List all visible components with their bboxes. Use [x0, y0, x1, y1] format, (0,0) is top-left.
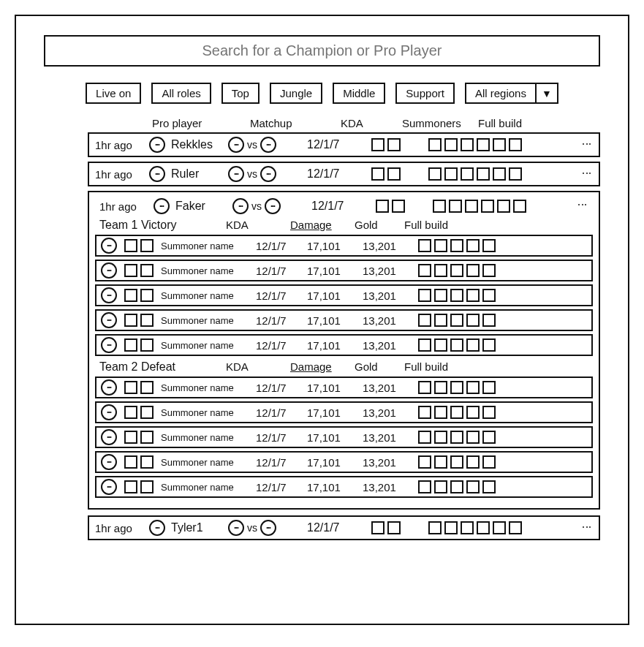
build-items	[418, 431, 496, 444]
match-row[interactable]: 1hr ago Rekkles vs 12/1/7 ⋮	[88, 132, 600, 157]
match-row[interactable]: 1hr ago Tyler1 vs 12/1/7 ⋮	[88, 515, 600, 540]
region-selected[interactable]: All regions	[465, 83, 537, 104]
item-slot-icon	[124, 480, 137, 493]
team-player-row[interactable]: Summoner name 12/1/7 17,101 13,201	[95, 377, 593, 398]
item-slot-icon	[140, 338, 154, 352]
team-player-row[interactable]: Summoner name 12/1/7 17,101 13,201	[95, 284, 593, 306]
filter-role-support[interactable]: Support	[395, 83, 455, 104]
champion-icon	[149, 520, 165, 536]
item-slot-icon	[140, 289, 154, 302]
item-slot-icon	[482, 480, 496, 493]
region-select[interactable]: All regions ▼	[465, 83, 558, 104]
team-player-row[interactable]: Summoner name 12/1/7 17,101 13,201	[95, 451, 593, 473]
summoner-name: Summoner name	[161, 432, 249, 443]
search-input[interactable]	[44, 35, 600, 67]
team-col-gold: Gold	[355, 219, 391, 231]
kda-value: 12/1/7	[307, 138, 365, 151]
kda-value: 12/1/7	[311, 200, 370, 213]
champion-icon	[101, 454, 117, 470]
header-pro-player: Pro player	[152, 117, 247, 129]
match-row[interactable]: 1hr ago Ruler vs 12/1/7 ⋮	[88, 162, 600, 186]
team-title: Team 2 Defeat	[99, 360, 213, 374]
summoner-spells	[124, 239, 154, 252]
team-col-damage[interactable]: Damage	[290, 360, 341, 373]
item-slot-icon	[418, 455, 431, 469]
item-slot-icon	[434, 406, 447, 419]
item-slot-icon	[493, 138, 506, 151]
item-slot-icon	[497, 200, 510, 213]
detail-damage: 17,101	[307, 265, 355, 277]
detail-damage: 17,101	[307, 290, 355, 302]
item-slot-icon	[493, 167, 506, 181]
vs-label: vs	[247, 168, 257, 180]
matchup-icons: vs	[228, 520, 301, 536]
item-slot-icon	[466, 289, 480, 302]
kda-value: 12/1/7	[307, 167, 365, 181]
item-slot-icon	[509, 521, 522, 534]
team-col-gold: Gold	[355, 360, 391, 373]
team-player-row[interactable]: Summoner name 12/1/7 17,101 13,201	[95, 260, 593, 281]
item-slot-icon	[482, 289, 496, 302]
kebab-menu-icon[interactable]: ⋮	[581, 139, 593, 151]
vs-label: vs	[247, 139, 257, 151]
player-name: Faker	[175, 200, 227, 213]
kebab-menu-icon[interactable]: ⋮	[581, 168, 593, 180]
item-slot-icon	[481, 200, 494, 213]
item-slot-icon	[418, 264, 431, 277]
app-frame: Live on All roles Top Jungle Middle Supp…	[15, 15, 629, 625]
detail-damage: 17,101	[307, 431, 355, 444]
item-slot-icon	[450, 338, 463, 352]
detail-kda: 12/1/7	[256, 290, 300, 302]
filter-role-jungle[interactable]: Jungle	[270, 83, 322, 104]
item-slot-icon	[124, 239, 137, 252]
item-slot-icon	[466, 381, 480, 394]
item-slot-icon	[428, 521, 442, 534]
build-items	[418, 289, 496, 302]
matchup-icons: vs	[228, 137, 301, 153]
summoner-name: Summoner name	[161, 382, 249, 393]
champion-icon	[260, 520, 276, 536]
kebab-menu-icon[interactable]: ⋮	[581, 522, 593, 534]
detail-gold: 13,201	[363, 382, 411, 394]
detail-gold: 13,201	[363, 481, 411, 493]
item-slot-icon	[466, 431, 480, 444]
match-time: 1hr ago	[99, 200, 148, 213]
filter-role-top[interactable]: Top	[221, 83, 260, 104]
detail-gold: 13,201	[363, 406, 411, 419]
detail-kda: 12/1/7	[256, 382, 300, 394]
summoner-name: Summoner name	[161, 241, 249, 251]
champion-icon	[101, 312, 117, 328]
team-player-row[interactable]: Summoner name 12/1/7 17,101 13,201	[95, 334, 593, 356]
chevron-down-icon[interactable]: ▼	[537, 83, 558, 104]
match-row[interactable]: 1hr ago Faker vs 12/1/7 ⋮	[94, 195, 594, 216]
kebab-menu-icon[interactable]: ⋮	[577, 200, 588, 211]
team-col-build: Full build	[404, 360, 448, 373]
detail-gold: 13,201	[363, 290, 411, 302]
team-col-damage[interactable]: Damage	[290, 219, 341, 231]
summoner-spells	[376, 200, 427, 213]
team-block: Team 2 Defeat KDA Damage Gold Full build…	[95, 360, 593, 498]
champion-icon	[101, 262, 117, 279]
matchup-icons: vs	[228, 166, 301, 182]
team-player-row[interactable]: Summoner name 12/1/7 17,101 13,201	[95, 476, 593, 498]
item-slot-icon	[434, 455, 447, 469]
filter-role-all[interactable]: All roles	[151, 83, 211, 104]
filter-role-middle[interactable]: Middle	[333, 83, 385, 104]
champion-icon	[265, 198, 281, 214]
team-header: Team 1 Victory KDA Damage Gold Full buil…	[95, 219, 593, 232]
team-player-row[interactable]: Summoner name 12/1/7 17,101 13,201	[95, 235, 593, 257]
summoner-spells	[124, 406, 154, 419]
team-player-row[interactable]: Summoner name 12/1/7 17,101 13,201	[95, 309, 593, 331]
header-summoners: Summoners	[402, 117, 475, 129]
item-slot-icon	[450, 455, 463, 469]
build-items	[428, 138, 522, 151]
item-slot-icon	[509, 138, 522, 151]
detail-kda: 12/1/7	[256, 240, 300, 252]
filter-live[interactable]: Live on	[86, 83, 141, 104]
item-slot-icon	[434, 338, 447, 352]
summoner-spells	[124, 264, 154, 277]
team-player-row[interactable]: Summoner name 12/1/7 17,101 13,201	[95, 401, 593, 423]
item-slot-icon	[434, 431, 447, 444]
item-slot-icon	[418, 239, 431, 252]
team-player-row[interactable]: Summoner name 12/1/7 17,101 13,201	[95, 426, 593, 448]
